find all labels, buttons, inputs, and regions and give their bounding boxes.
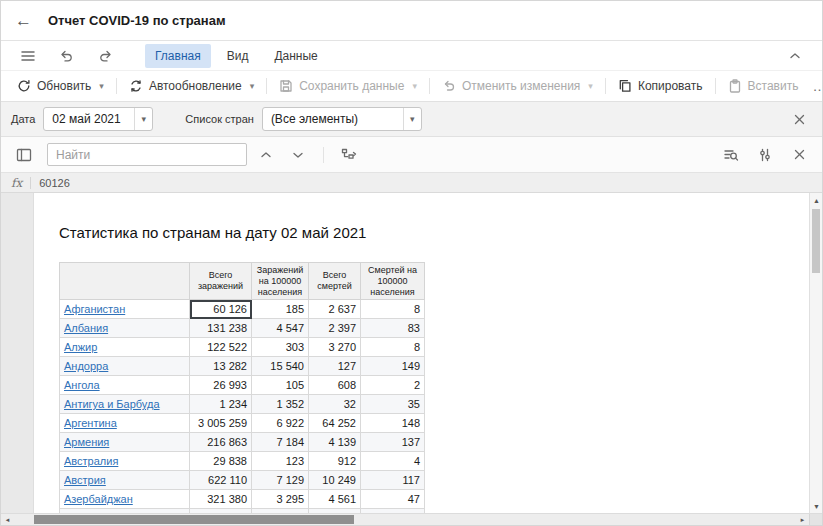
value-cell[interactable]: 912 bbox=[309, 452, 361, 471]
value-cell[interactable]: 4 bbox=[361, 452, 425, 471]
value-cell[interactable]: 117 bbox=[361, 471, 425, 490]
value-cell[interactable]: 321 380 bbox=[190, 490, 252, 509]
value-cell[interactable]: 4 547 bbox=[252, 319, 309, 338]
country-link[interactable]: Ангола bbox=[64, 379, 100, 391]
value-cell[interactable]: 10 249 bbox=[309, 471, 361, 490]
formula-bar: fx 60126 bbox=[1, 173, 822, 193]
nav-forward-icon[interactable] bbox=[93, 43, 119, 69]
value-cell[interactable]: 83 bbox=[361, 319, 425, 338]
country-link[interactable]: Афганистан bbox=[64, 303, 125, 315]
close-search-icon[interactable] bbox=[786, 142, 812, 168]
value-cell[interactable]: 13 282 bbox=[190, 357, 252, 376]
value-cell[interactable]: 622 110 bbox=[190, 471, 252, 490]
value-cell[interactable]: 7 129 bbox=[252, 471, 309, 490]
scroll-up-icon[interactable]: ▲ bbox=[810, 193, 822, 207]
value-cell[interactable]: 608 bbox=[309, 376, 361, 395]
horizontal-scrollbar[interactable]: ◄ ► bbox=[1, 513, 822, 525]
undo-changes-button[interactable]: Отменить изменения ▾ bbox=[436, 75, 599, 97]
country-link[interactable]: Австралия bbox=[64, 455, 118, 467]
date-combobox[interactable]: 02 май 2021 ▾ bbox=[43, 107, 153, 131]
value-cell[interactable]: 1 352 bbox=[252, 395, 309, 414]
country-list-dropdown-icon[interactable]: ▾ bbox=[403, 108, 421, 130]
ribbon-tab-2[interactable]: Данные bbox=[264, 44, 327, 68]
find-previous-icon[interactable] bbox=[253, 142, 279, 168]
value-cell[interactable]: 127 bbox=[309, 357, 361, 376]
value-cell[interactable]: 26 993 bbox=[190, 376, 252, 395]
more-actions-button[interactable]: … bbox=[804, 78, 823, 94]
value-cell[interactable]: 1 234 bbox=[190, 395, 252, 414]
value-cell[interactable]: 137 bbox=[361, 433, 425, 452]
search-input[interactable] bbox=[47, 143, 247, 166]
value-cell[interactable]: 3 295 bbox=[252, 490, 309, 509]
spreadsheet-area: Статистика по странам на дату 02 май 202… bbox=[1, 193, 822, 513]
value-cell[interactable]: 29 838 bbox=[190, 452, 252, 471]
value-cell[interactable]: 2 bbox=[361, 376, 425, 395]
back-arrow-icon[interactable]: ← bbox=[15, 11, 32, 31]
value-cell[interactable]: 185 bbox=[252, 300, 309, 319]
value-cell[interactable]: 7 184 bbox=[252, 433, 309, 452]
value-cell[interactable]: 216 863 bbox=[190, 433, 252, 452]
table-row: Австрия622 1107 12910 249117 bbox=[60, 471, 425, 490]
value-cell[interactable]: 2 637 bbox=[309, 300, 361, 319]
undo-changes-dropdown-icon[interactable]: ▾ bbox=[588, 81, 593, 91]
country-link[interactable]: Алжир bbox=[64, 341, 97, 353]
value-cell[interactable]: 3 270 bbox=[309, 338, 361, 357]
filter-sliders-icon[interactable] bbox=[752, 142, 778, 168]
value-cell[interactable]: 4 139 bbox=[309, 433, 361, 452]
value-cell[interactable]: 148 bbox=[361, 414, 425, 433]
value-cell[interactable]: 47 bbox=[361, 490, 425, 509]
hamburger-menu-icon[interactable] bbox=[15, 43, 41, 69]
paste-button[interactable]: Вставить bbox=[722, 75, 805, 97]
nav-back-icon[interactable] bbox=[53, 43, 79, 69]
autorefresh-dropdown-icon[interactable]: ▾ bbox=[250, 81, 255, 91]
ribbon-tab-1[interactable]: Вид bbox=[217, 44, 259, 68]
value-cell[interactable]: 149 bbox=[361, 357, 425, 376]
save-data-button[interactable]: Сохранить данные ▾ bbox=[273, 75, 423, 97]
country-link[interactable]: Антигуа и Барбуда bbox=[64, 398, 160, 410]
value-cell[interactable]: 60 126 bbox=[190, 300, 252, 319]
value-cell[interactable]: 64 252 bbox=[309, 414, 361, 433]
value-cell[interactable]: 3 005 259 bbox=[190, 414, 252, 433]
save-dropdown-icon[interactable]: ▾ bbox=[412, 81, 417, 91]
value-cell[interactable]: 131 238 bbox=[190, 319, 252, 338]
scroll-right-icon[interactable]: ► bbox=[796, 514, 809, 525]
value-cell[interactable]: 4 561 bbox=[309, 490, 361, 509]
country-link[interactable]: Азербайджан bbox=[64, 493, 133, 505]
refresh-dropdown-icon[interactable]: ▾ bbox=[99, 81, 104, 91]
country-link[interactable]: Аргентина bbox=[64, 417, 117, 429]
value-cell[interactable]: 15 540 bbox=[252, 357, 309, 376]
horizontal-scroll-thumb[interactable] bbox=[34, 515, 354, 524]
value-cell[interactable]: 303 bbox=[252, 338, 309, 357]
country-link[interactable]: Армения bbox=[64, 436, 109, 448]
vertical-scrollbar[interactable]: ▲ ▼ bbox=[809, 193, 822, 513]
side-panel-icon[interactable] bbox=[11, 142, 37, 168]
date-dropdown-icon[interactable]: ▾ bbox=[134, 108, 152, 130]
value-cell[interactable]: 8 bbox=[361, 338, 425, 357]
country-link[interactable]: Австрия bbox=[64, 474, 106, 486]
formula-value[interactable]: 60126 bbox=[39, 177, 70, 189]
value-cell[interactable]: 123 bbox=[252, 452, 309, 471]
ribbon-tab-0[interactable]: Главная bbox=[145, 44, 211, 68]
autorefresh-button[interactable]: Автообновление ▾ bbox=[123, 75, 260, 97]
country-link[interactable]: Андорра bbox=[64, 360, 108, 372]
find-next-icon[interactable] bbox=[285, 142, 311, 168]
value-cell[interactable]: 8 bbox=[361, 300, 425, 319]
country-list-combobox[interactable]: (Все элементы) ▾ bbox=[262, 107, 422, 131]
vertical-scroll-thumb[interactable] bbox=[812, 209, 820, 273]
close-parameters-icon[interactable] bbox=[786, 106, 812, 132]
value-cell[interactable]: 35 bbox=[361, 395, 425, 414]
scroll-down-icon[interactable]: ▼ bbox=[810, 499, 822, 513]
value-cell[interactable]: 122 522 bbox=[190, 338, 252, 357]
collapse-ribbon-icon[interactable] bbox=[782, 43, 808, 69]
copy-button[interactable]: Копировать bbox=[612, 75, 709, 97]
scroll-left-icon[interactable]: ◄ bbox=[1, 514, 14, 525]
value-cell[interactable]: 2 397 bbox=[309, 319, 361, 338]
grouping-levels-icon[interactable] bbox=[336, 142, 362, 168]
country-link[interactable]: Албания bbox=[64, 322, 108, 334]
value-cell[interactable]: 6 922 bbox=[252, 414, 309, 433]
search-settings-icon[interactable] bbox=[718, 142, 744, 168]
value-cell[interactable]: 32 bbox=[309, 395, 361, 414]
refresh-button[interactable]: Обновить ▾ bbox=[11, 75, 110, 97]
value-cell[interactable]: 105 bbox=[252, 376, 309, 395]
table-row: Албания131 2384 5472 39783 bbox=[60, 319, 425, 338]
